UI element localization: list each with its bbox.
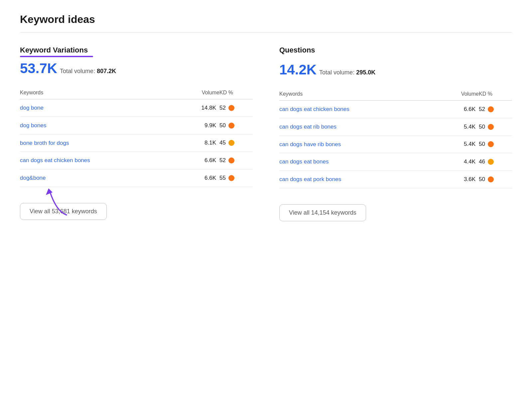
variations-table-header: Keywords Volume KD % xyxy=(20,86,253,99)
volume-cell: 8.1K xyxy=(186,140,219,146)
keyword-link[interactable]: dog bones xyxy=(20,122,186,130)
table-row: can dogs eat bones 4.4K 46 xyxy=(279,153,512,171)
variations-count: 53.7K xyxy=(20,60,57,76)
kd-dot xyxy=(228,157,234,163)
questions-count: 14.2K xyxy=(279,62,317,78)
questions-col-volume: Volume xyxy=(446,91,479,97)
questions-col-keywords: Keywords xyxy=(279,91,446,97)
variations-volume-value: 807.2K xyxy=(97,68,116,74)
keyword-link[interactable]: dog&bone xyxy=(20,174,186,182)
kd-cell: 50 xyxy=(479,176,512,183)
kd-dot xyxy=(488,106,494,112)
volume-cell: 3.6K xyxy=(446,176,479,183)
table-row: dog bones 9.9K 50 xyxy=(20,117,253,135)
kd-dot xyxy=(228,175,234,181)
table-row: can dogs eat chicken bones 6.6K 52 xyxy=(20,152,253,169)
variations-volume-label: Total volume: xyxy=(60,68,95,74)
kd-cell: 52 xyxy=(479,106,512,113)
volume-cell: 4.4K xyxy=(446,158,479,165)
kd-cell: 45 xyxy=(219,140,253,146)
questions-view-all-container: View all 14,154 keywords xyxy=(279,196,512,221)
keyword-link[interactable]: can dogs eat chicken bones xyxy=(279,105,446,113)
kd-dot xyxy=(488,124,494,130)
volume-cell: 14.8K xyxy=(186,105,219,111)
keyword-link[interactable]: dog bone xyxy=(20,104,186,112)
kd-cell: 50 xyxy=(219,122,253,129)
keyword-link[interactable]: bone broth for dogs xyxy=(20,139,186,147)
kd-cell: 46 xyxy=(479,158,512,165)
view-all-questions-button[interactable]: View all 14,154 keywords xyxy=(279,204,366,221)
keyword-variations-section: Keyword Variations 53.7K Total volume: 8… xyxy=(20,46,253,221)
keyword-link[interactable]: can dogs eat rib bones xyxy=(279,123,446,131)
questions-spacer xyxy=(279,56,512,62)
questions-volume-label: Total volume: xyxy=(319,69,354,76)
questions-section-label: Questions xyxy=(279,46,512,54)
volume-cell: 5.4K xyxy=(446,141,479,148)
table-row: can dogs eat pork bones 3.6K 50 xyxy=(279,171,512,188)
view-all-variations-button[interactable]: View all 53,681 keywords xyxy=(20,203,107,220)
top-divider xyxy=(20,32,512,33)
svg-marker-0 xyxy=(46,188,53,195)
keyword-link[interactable]: can dogs eat pork bones xyxy=(279,175,446,183)
variations-volume-text: Total volume: 807.2K xyxy=(60,68,116,75)
kd-cell: 50 xyxy=(479,141,512,148)
questions-table-header: Keywords Volume KD % xyxy=(279,88,512,101)
kd-dot xyxy=(488,176,494,182)
kd-cell: 52 xyxy=(219,105,253,111)
kd-dot xyxy=(488,159,494,165)
volume-cell: 5.4K xyxy=(446,124,479,130)
table-row: dog&bone 6.6K 55 xyxy=(20,169,253,187)
variations-col-kd: KD % xyxy=(219,90,253,96)
kd-cell: 50 xyxy=(479,124,512,130)
view-all-container: View all 53,681 keywords xyxy=(20,195,107,220)
questions-stats-row: 14.2K Total volume: 295.0K xyxy=(279,62,512,78)
table-row: bone broth for dogs 8.1K 45 xyxy=(20,135,253,152)
table-row: can dogs have rib bones 5.4K 50 xyxy=(279,136,512,153)
kd-cell: 55 xyxy=(219,175,253,181)
keyword-link[interactable]: can dogs eat chicken bones xyxy=(20,156,186,164)
kd-dot xyxy=(228,123,234,129)
two-column-layout: Keyword Variations 53.7K Total volume: 8… xyxy=(20,46,512,221)
table-row: can dogs eat chicken bones 6.6K 52 xyxy=(279,101,512,118)
volume-cell: 9.9K xyxy=(186,122,219,129)
kd-dot xyxy=(228,140,234,146)
volume-cell: 6.6K xyxy=(186,175,219,181)
kd-dot xyxy=(488,141,494,147)
kd-dot xyxy=(228,105,234,111)
questions-section: Questions 14.2K Total volume: 295.0K Key… xyxy=(279,46,512,221)
page-title: Keyword ideas xyxy=(20,13,512,26)
variations-col-keywords: Keywords xyxy=(20,90,186,96)
table-row: dog bone 14.8K 52 xyxy=(20,99,253,117)
keyword-link[interactable]: can dogs eat bones xyxy=(279,158,446,166)
variations-stats-row: 53.7K Total volume: 807.2K xyxy=(20,60,253,76)
variations-section-label: Keyword Variations xyxy=(20,46,253,54)
volume-cell: 6.6K xyxy=(186,157,219,164)
keyword-link[interactable]: can dogs have rib bones xyxy=(279,141,446,149)
questions-col-kd: KD % xyxy=(479,91,512,97)
variations-col-volume: Volume xyxy=(186,90,219,96)
questions-volume-value: 295.0K xyxy=(356,69,375,76)
variations-underline xyxy=(20,56,93,57)
volume-cell: 6.6K xyxy=(446,106,479,113)
table-row: can dogs eat rib bones 5.4K 50 xyxy=(279,118,512,136)
questions-volume-text: Total volume: 295.0K xyxy=(319,69,375,76)
kd-cell: 52 xyxy=(219,157,253,164)
